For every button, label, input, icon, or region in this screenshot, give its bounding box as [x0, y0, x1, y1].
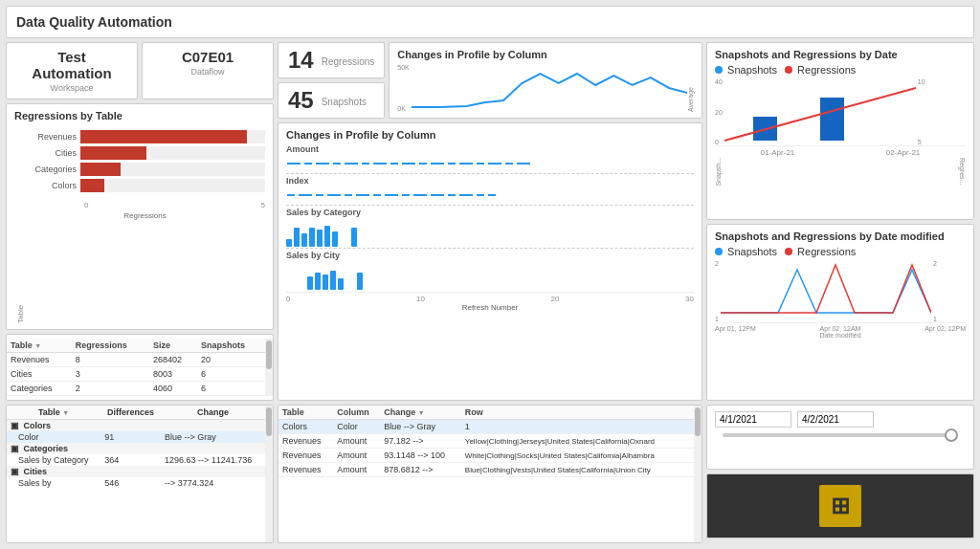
- col-table: Table ▼: [7, 339, 72, 353]
- y-label-snap: Snapsh...: [715, 158, 722, 187]
- date-modified-label: Date modified: [715, 332, 966, 339]
- diff-scrollbar[interactable]: [265, 406, 273, 542]
- snap-date-svg: [724, 78, 916, 145]
- change-row-2: Revenues Amount 97.182 --> Yellow|Clothi…: [278, 434, 694, 449]
- middle-column: 14 Regressions 45 Snapshots Changes in P…: [278, 42, 702, 401]
- index-chart: [286, 187, 694, 204]
- expand-icon: ▣: [11, 421, 19, 430]
- snap-date-title: Snapshots and Regressions by Date: [715, 49, 966, 60]
- legend-item-snap: Snapshots: [715, 64, 777, 76]
- table-row: Revenues 8 268402 20: [7, 353, 265, 367]
- col-regressions: Regressions: [72, 339, 149, 353]
- col-row: Row: [461, 406, 694, 420]
- top-mid-row: 14 Regressions 45 Snapshots Changes in P…: [278, 42, 702, 119]
- col-snapshots: Snapshots: [197, 339, 265, 353]
- reg-dot: [785, 66, 792, 74]
- group-colors: ▣ Colors: [7, 420, 265, 432]
- col-differences: Differences: [100, 406, 161, 420]
- changes-profile-title: Changes in Profile by Column: [286, 129, 694, 141]
- legend-item-reg: Regressions: [785, 64, 856, 76]
- table-scroll-area: Table ▼ Regressions Size Snapshots Reven…: [7, 339, 265, 396]
- col-column: Column: [333, 406, 380, 420]
- col-change: Change: [161, 406, 265, 420]
- y-axis: 50K 0K: [397, 64, 411, 112]
- snapshots-value: 45: [288, 87, 314, 114]
- axis-labels: Snapsh... Regres...: [715, 158, 966, 187]
- bar-label: Categories: [25, 165, 80, 174]
- table-summary-card: Table ▼ Regressions Size Snapshots Reven…: [6, 334, 274, 401]
- changes-scrollbar[interactable]: [694, 406, 702, 542]
- diff-table-card: Table ▼ Differences Change ▣ Colors Colo…: [6, 405, 274, 543]
- snapshots-stat: 45 Snapshots: [278, 82, 385, 119]
- title-text: Data Quality Automation: [16, 14, 172, 30]
- expand-icon: ▣: [11, 467, 19, 476]
- sc-divider: [286, 248, 694, 249]
- sales-city-label: Sales by City: [286, 251, 694, 260]
- legend: Snapshots Regressions: [715, 64, 966, 76]
- workspace-value: Test Automation: [16, 49, 127, 81]
- change-row-1: Colors Color Blue --> Gray 1: [278, 420, 694, 434]
- bar-chart: Revenues Cities: [25, 125, 265, 197]
- y-axis-reg: 10 5: [918, 78, 925, 145]
- table-row: Categories 2 4060 6: [7, 382, 265, 396]
- index-label: Index: [286, 176, 694, 186]
- change-row-4: Revenues Amount 878.6812 --> Blue|Clothi…: [278, 463, 694, 477]
- stat-cards: 14 Regressions 45 Snapshots: [278, 42, 385, 119]
- scrollbar-thumb[interactable]: [266, 340, 272, 369]
- right-column: Snapshots and Regressions by Date Snapsh…: [706, 42, 974, 401]
- workspace-card: Test Automation Workspace: [6, 42, 138, 99]
- diff-scrollbar-thumb[interactable]: [266, 407, 272, 436]
- dataflow-card: C07E01 Dataflow: [142, 42, 274, 99]
- logo-card: ⊞: [706, 473, 974, 538]
- bar-fill: [80, 146, 146, 160]
- sales-category-label: Sales by Category: [286, 208, 694, 217]
- sparkline-title: Changes in Profile by Column: [397, 49, 694, 60]
- date-slider[interactable]: [723, 433, 958, 437]
- scrollbar[interactable]: [265, 339, 273, 396]
- bar-bg: [80, 130, 265, 143]
- legend2: Snapshots Regressions: [715, 246, 966, 257]
- col-table: Table: [278, 406, 333, 420]
- bar-row-colors: Colors: [25, 179, 265, 192]
- bar-label: Revenues: [25, 132, 80, 142]
- y-axis: 2 1: [715, 260, 719, 322]
- changes-scroll-area: Table Column Change ▼ Row Colors Color B…: [278, 406, 694, 542]
- diff-table: Table ▼ Differences Change ▣ Colors Colo…: [7, 406, 265, 489]
- slider-thumb[interactable]: [945, 428, 958, 442]
- amount-divider: [286, 173, 694, 174]
- col-table: Table ▼: [7, 406, 100, 420]
- snap-dot2: [715, 248, 723, 255]
- diff-scroll-area: Table ▼ Differences Change ▣ Colors Colo…: [7, 406, 265, 542]
- changes-table: Table Column Change ▼ Row Colors Color B…: [278, 406, 694, 477]
- col-size: Size: [149, 339, 197, 353]
- bottom-right: ⊞: [706, 405, 974, 543]
- expand-icon: ▣: [11, 444, 19, 453]
- date-end-input[interactable]: [797, 411, 874, 428]
- bar-bg: [80, 179, 265, 192]
- regressions-value: 14: [288, 47, 314, 74]
- amount-label: Amount: [286, 144, 694, 154]
- changes-scrollbar-thumb[interactable]: [695, 407, 701, 436]
- sales-city-chart: [286, 261, 694, 290]
- changes-table-card: Table Column Change ▼ Row Colors Color B…: [278, 405, 702, 543]
- dashboard: Data Quality Automation Test Automation …: [0, 0, 980, 549]
- x-axis-label: Regressions: [25, 211, 265, 220]
- date-inputs: [715, 411, 966, 428]
- page-title: Data Quality Automation: [6, 6, 974, 38]
- bar-fill: [80, 179, 104, 192]
- regressions-title: Regressions by Table: [14, 110, 265, 121]
- snap-modified-svg: [721, 260, 931, 322]
- logo-icon: ⊞: [819, 485, 861, 527]
- diff-table-container: Table ▼ Differences Change ▣ Colors Colo…: [7, 406, 273, 542]
- change-row-3: Revenues Amount 93.1148 --> 100 White|Cl…: [278, 449, 694, 463]
- snapshots-label: Snapshots: [322, 97, 367, 107]
- snap-modified-card: Snapshots and Regressions by Date modifi…: [706, 224, 974, 402]
- legend-item-snap2: Snapshots: [715, 246, 777, 257]
- slider-fill: [723, 433, 948, 437]
- dataflow-label: Dataflow: [152, 67, 263, 77]
- date-start-input[interactable]: [715, 411, 791, 428]
- bar-bg: [80, 146, 265, 160]
- sparkline-svg: [412, 64, 687, 112]
- bar-label: Cities: [25, 148, 80, 158]
- bar-fill: [80, 130, 247, 143]
